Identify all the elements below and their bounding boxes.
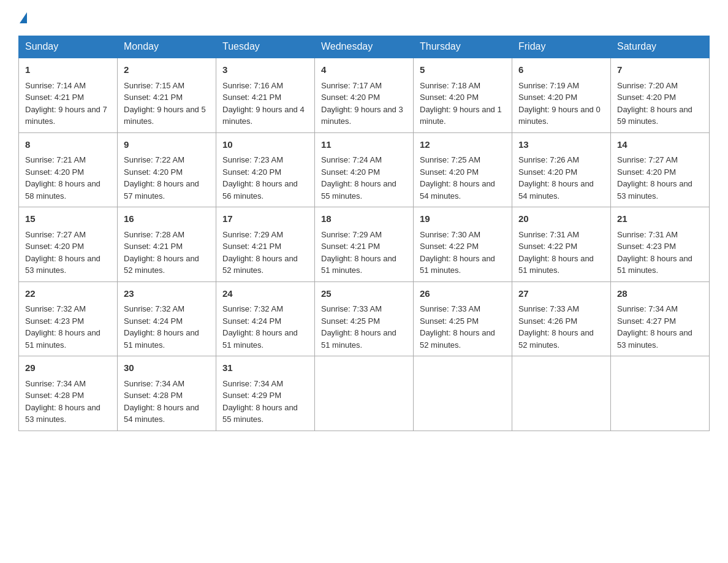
sunset-info: Sunset: 4:21 PM xyxy=(321,242,380,251)
sunrise-info: Sunrise: 7:28 AM xyxy=(124,230,184,239)
day-number: 30 xyxy=(124,361,210,375)
day-number: 14 xyxy=(617,138,703,152)
sunset-info: Sunset: 4:20 PM xyxy=(518,167,577,177)
sunset-info: Sunset: 4:22 PM xyxy=(420,242,479,251)
sunrise-info: Sunrise: 7:17 AM xyxy=(321,81,382,90)
day-number: 12 xyxy=(420,138,506,152)
sunset-info: Sunset: 4:24 PM xyxy=(222,316,281,326)
sunset-info: Sunset: 4:29 PM xyxy=(222,391,281,400)
sunrise-info: Sunrise: 7:18 AM xyxy=(420,81,480,90)
sunrise-info: Sunrise: 7:31 AM xyxy=(518,230,579,239)
calendar-cell: 17Sunrise: 7:29 AMSunset: 4:21 PMDayligh… xyxy=(216,207,315,282)
sunrise-info: Sunrise: 7:29 AM xyxy=(321,230,382,239)
day-number: 23 xyxy=(124,287,210,301)
calendar-cell: 2Sunrise: 7:15 AMSunset: 4:21 PMDaylight… xyxy=(118,58,216,132)
sunrise-info: Sunrise: 7:26 AM xyxy=(518,155,579,164)
calendar-cell: 24Sunrise: 7:32 AMSunset: 4:24 PMDayligh… xyxy=(216,282,315,356)
daylight-info: Daylight: 8 hours and 53 minutes. xyxy=(25,254,100,275)
calendar-cell: 14Sunrise: 7:27 AMSunset: 4:20 PMDayligh… xyxy=(611,132,710,207)
sunset-info: Sunset: 4:26 PM xyxy=(518,316,577,326)
sunset-info: Sunset: 4:25 PM xyxy=(420,316,479,326)
calendar-cell: 26Sunrise: 7:33 AMSunset: 4:25 PMDayligh… xyxy=(414,282,512,356)
calendar-cell: 31Sunrise: 7:34 AMSunset: 4:29 PMDayligh… xyxy=(216,356,315,431)
day-number: 18 xyxy=(321,212,407,226)
day-number: 22 xyxy=(25,287,111,301)
daylight-info: Daylight: 8 hours and 51 minutes. xyxy=(124,328,199,350)
calendar-cell: 28Sunrise: 7:34 AMSunset: 4:27 PMDayligh… xyxy=(611,282,710,356)
sunset-info: Sunset: 4:20 PM xyxy=(124,167,183,177)
calendar-week-row-4: 22Sunrise: 7:32 AMSunset: 4:23 PMDayligh… xyxy=(19,282,710,356)
sunrise-info: Sunrise: 7:27 AM xyxy=(617,155,678,164)
sunrise-info: Sunrise: 7:34 AM xyxy=(617,304,678,313)
day-number: 27 xyxy=(518,287,604,301)
day-number: 2 xyxy=(124,63,210,77)
daylight-info: Daylight: 8 hours and 58 minutes. xyxy=(25,179,100,201)
calendar-cell: 15Sunrise: 7:27 AMSunset: 4:20 PMDayligh… xyxy=(19,207,118,282)
calendar-cell xyxy=(512,356,611,431)
sunset-info: Sunset: 4:21 PM xyxy=(222,242,281,251)
sunrise-info: Sunrise: 7:23 AM xyxy=(222,155,283,164)
daylight-info: Daylight: 8 hours and 55 minutes. xyxy=(321,179,396,201)
daylight-info: Daylight: 8 hours and 54 minutes. xyxy=(518,179,594,201)
calendar-week-row-1: 1Sunrise: 7:14 AMSunset: 4:21 PMDaylight… xyxy=(19,58,710,132)
calendar-cell: 20Sunrise: 7:31 AMSunset: 4:22 PMDayligh… xyxy=(512,207,611,282)
sunrise-info: Sunrise: 7:34 AM xyxy=(25,379,86,388)
sunset-info: Sunset: 4:20 PM xyxy=(25,167,84,177)
sunrise-info: Sunrise: 7:16 AM xyxy=(222,81,283,90)
sunrise-info: Sunrise: 7:29 AM xyxy=(222,230,283,239)
sunrise-info: Sunrise: 7:33 AM xyxy=(321,304,382,313)
sunset-info: Sunset: 4:21 PM xyxy=(25,93,84,102)
sunset-info: Sunset: 4:23 PM xyxy=(25,316,84,326)
calendar-cell: 6Sunrise: 7:19 AMSunset: 4:20 PMDaylight… xyxy=(512,58,611,132)
day-number: 24 xyxy=(222,287,308,301)
day-number: 31 xyxy=(222,361,308,375)
calendar-cell: 23Sunrise: 7:32 AMSunset: 4:24 PMDayligh… xyxy=(118,282,216,356)
sunset-info: Sunset: 4:20 PM xyxy=(222,167,281,177)
sunrise-info: Sunrise: 7:30 AM xyxy=(420,230,480,239)
calendar-cell: 11Sunrise: 7:24 AMSunset: 4:20 PMDayligh… xyxy=(315,132,414,207)
daylight-info: Daylight: 8 hours and 59 minutes. xyxy=(617,105,692,126)
calendar-cell: 3Sunrise: 7:16 AMSunset: 4:21 PMDaylight… xyxy=(216,58,315,132)
sunset-info: Sunset: 4:22 PM xyxy=(518,242,577,251)
day-number: 15 xyxy=(25,212,111,226)
sunrise-info: Sunrise: 7:20 AM xyxy=(617,81,678,90)
sunset-info: Sunset: 4:21 PM xyxy=(124,93,183,102)
sunrise-info: Sunrise: 7:19 AM xyxy=(518,81,579,90)
weekday-header-monday: Monday xyxy=(118,36,216,58)
sunset-info: Sunset: 4:20 PM xyxy=(321,167,380,177)
sunrise-info: Sunrise: 7:14 AM xyxy=(25,81,86,90)
weekday-header-friday: Friday xyxy=(512,36,611,58)
calendar-week-row-2: 8Sunrise: 7:21 AMSunset: 4:20 PMDaylight… xyxy=(19,132,710,207)
day-number: 20 xyxy=(518,212,604,226)
logo xyxy=(18,12,28,23)
calendar-cell: 10Sunrise: 7:23 AMSunset: 4:20 PMDayligh… xyxy=(216,132,315,207)
daylight-info: Daylight: 8 hours and 53 minutes. xyxy=(617,328,692,350)
daylight-info: Daylight: 8 hours and 51 minutes. xyxy=(420,254,495,275)
day-number: 3 xyxy=(222,63,308,77)
daylight-info: Daylight: 8 hours and 53 minutes. xyxy=(25,403,100,424)
calendar-week-row-3: 15Sunrise: 7:27 AMSunset: 4:20 PMDayligh… xyxy=(19,207,710,282)
daylight-info: Daylight: 8 hours and 51 minutes. xyxy=(518,254,594,275)
page-header xyxy=(18,12,710,23)
calendar-cell: 22Sunrise: 7:32 AMSunset: 4:23 PMDayligh… xyxy=(19,282,118,356)
sunrise-info: Sunrise: 7:15 AM xyxy=(124,81,184,90)
day-number: 19 xyxy=(420,212,506,226)
calendar-cell: 25Sunrise: 7:33 AMSunset: 4:25 PMDayligh… xyxy=(315,282,414,356)
day-number: 11 xyxy=(321,138,407,152)
sunset-info: Sunset: 4:23 PM xyxy=(617,242,676,251)
weekday-header-row: SundayMondayTuesdayWednesdayThursdayFrid… xyxy=(19,36,710,58)
sunrise-info: Sunrise: 7:32 AM xyxy=(25,304,86,313)
sunset-info: Sunset: 4:20 PM xyxy=(25,242,84,251)
daylight-info: Daylight: 8 hours and 56 minutes. xyxy=(222,179,298,201)
sunrise-info: Sunrise: 7:21 AM xyxy=(25,155,86,164)
calendar-cell: 12Sunrise: 7:25 AMSunset: 4:20 PMDayligh… xyxy=(414,132,512,207)
sunset-info: Sunset: 4:21 PM xyxy=(124,242,183,251)
calendar-cell: 8Sunrise: 7:21 AMSunset: 4:20 PMDaylight… xyxy=(19,132,118,207)
day-number: 6 xyxy=(518,63,604,77)
daylight-info: Daylight: 8 hours and 53 minutes. xyxy=(617,179,692,201)
calendar-cell: 21Sunrise: 7:31 AMSunset: 4:23 PMDayligh… xyxy=(611,207,710,282)
calendar-cell: 19Sunrise: 7:30 AMSunset: 4:22 PMDayligh… xyxy=(414,207,512,282)
day-number: 1 xyxy=(25,63,111,77)
sunset-info: Sunset: 4:20 PM xyxy=(518,93,577,102)
day-number: 17 xyxy=(222,212,308,226)
